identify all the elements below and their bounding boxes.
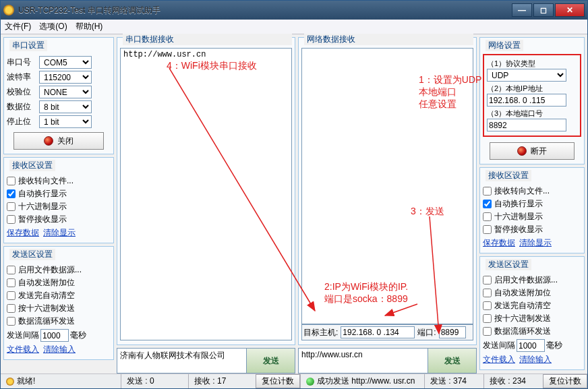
baud-select[interactable]: 115200 — [39, 71, 92, 84]
status-dot-icon — [44, 136, 53, 146]
chk-recv-to-file-r[interactable] — [483, 187, 492, 196]
interval-input-l[interactable] — [40, 329, 69, 342]
chk-append-r[interactable] — [483, 289, 492, 297]
link-fileload-l[interactable]: 文件载入 — [7, 344, 39, 355]
link-clear-r[interactable]: 清除显示 — [519, 237, 552, 249]
chk-autoclear-l[interactable] — [7, 291, 16, 300]
chk-file-src-r[interactable] — [483, 276, 492, 285]
local-port-input[interactable] — [487, 119, 566, 131]
chk-hex-r[interactable] — [483, 212, 492, 221]
net-recv-textbox[interactable] — [301, 48, 473, 324]
interval-input-r[interactable] — [517, 339, 545, 352]
chk-auto-wrap-l[interactable] — [7, 189, 16, 198]
net-send-input[interactable]: http://www.usr.cn — [299, 349, 428, 373]
reset-count-r-button[interactable]: 复位计数 — [543, 374, 587, 388]
disconnect-button[interactable]: 断开 — [490, 142, 575, 160]
window-close-button[interactable]: ✕ — [555, 3, 585, 17]
chk-hexsend-l[interactable] — [7, 304, 16, 313]
chk-auto-wrap-r[interactable] — [483, 200, 492, 208]
serial-recv-textbox[interactable]: http://www.usr.cn — [120, 48, 292, 340]
chk-hexsend-r[interactable] — [483, 314, 492, 323]
window-title: USR-TCP232-Test 串口转网络调试助手 — [18, 5, 512, 16]
status-sent-l: 发送 : 0 — [127, 376, 154, 387]
statusbar: 就绪! 发送 : 0 接收 : 17 复位计数 成功发送 http://www.… — [1, 373, 587, 388]
target-port-input[interactable] — [439, 326, 466, 338]
menu-help[interactable]: 帮助(H) — [76, 21, 103, 32]
protocol-select[interactable]: UDP — [487, 69, 566, 82]
chk-pause-l[interactable] — [7, 215, 16, 224]
stopbits-select[interactable]: 1 bit — [39, 115, 92, 128]
menu-options[interactable]: 选项(O) — [39, 21, 67, 32]
recv-settings-left-group: 接收区设置 接收转向文件... 自动换行显示 十六进制显示 暂停接收显示 保存数… — [3, 157, 114, 243]
menu-file[interactable]: 文件(F) — [5, 21, 31, 32]
net-send-row: http://www.usr.cn 发送 — [298, 348, 477, 373]
status-recv-r: 接收 : 234 — [490, 376, 526, 387]
success-icon — [306, 378, 314, 386]
status-net-msg: 成功发送 http://www. usr.cn — [317, 376, 415, 387]
chk-loop-l[interactable] — [7, 317, 16, 326]
maximize-button[interactable]: ◻ — [533, 3, 554, 17]
local-ip-input[interactable] — [487, 94, 566, 107]
send-settings-right-group: 发送区设置 启用文件数据源... 自动发送附加位 发送完自动清空 按十六进制发送… — [479, 256, 585, 370]
link-clearinput-l[interactable]: 清除输入 — [43, 344, 76, 355]
net-recv-group: 网络数据接收 目标主机: 端口: — [298, 37, 477, 345]
minimize-button[interactable]: — — [512, 3, 532, 17]
status-recv-l: 接收 : 17 — [194, 376, 226, 387]
target-ip-input[interactable] — [341, 326, 415, 338]
chk-append-l[interactable] — [7, 278, 16, 287]
status-icon — [6, 378, 14, 386]
serial-close-button[interactable]: 关闭 — [13, 132, 104, 150]
send-settings-left-group: 发送区设置 启用文件数据源... 自动发送附加位 发送完自动清空 按十六进制发送… — [3, 246, 114, 360]
chk-file-src-l[interactable] — [7, 266, 16, 274]
databits-select[interactable]: 8 bit — [39, 100, 92, 113]
link-save-l[interactable]: 保存数据 — [7, 227, 39, 239]
serial-port-select[interactable]: COM5 — [39, 56, 92, 69]
chk-hex-l[interactable] — [7, 202, 16, 211]
chk-recv-to-file-l[interactable] — [7, 177, 16, 185]
link-fileload-r[interactable]: 文件载入 — [483, 354, 515, 365]
chk-loop-r[interactable] — [483, 327, 492, 336]
serial-send-button[interactable]: 发送 — [246, 349, 295, 373]
link-clear-l[interactable]: 清除显示 — [43, 227, 76, 239]
parity-select[interactable]: NONE — [39, 86, 92, 98]
menubar: 文件(F) 选项(O) 帮助(H) — [1, 20, 587, 34]
net-settings-group: 网络设置 （1）协议类型 UDP （2）本地IP地址 （3）本地端口号 断开 — [479, 37, 585, 164]
reset-count-l-button[interactable]: 复位计数 — [256, 374, 300, 388]
status-dot-icon — [517, 146, 527, 156]
serial-recv-group: 串口数据接收 http://www.usr.cn — [117, 37, 295, 345]
net-send-button[interactable]: 发送 — [428, 349, 476, 373]
chk-pause-r[interactable] — [483, 225, 492, 234]
titlebar: USR-TCP232-Test 串口转网络调试助手 — ◻ ✕ — [1, 1, 587, 20]
serial-settings-group: 串口设置 串口号COM5 波特率115200 校验位NONE 数据位8 bit … — [3, 37, 114, 154]
app-icon — [3, 5, 14, 16]
serial-send-input[interactable]: 济南有人物联网技术有限公司 — [117, 349, 246, 373]
status-sent-r: 发送 : 374 — [430, 376, 467, 387]
recv-settings-right-group: 接收区设置 接收转向文件... 自动换行显示 十六进制显示 暂停接收显示 保存数… — [479, 167, 585, 253]
chk-autoclear-r[interactable] — [483, 301, 492, 310]
link-clearinput-r[interactable]: 清除输入 — [519, 354, 552, 365]
serial-send-row: 济南有人物联网技术有限公司 发送 — [117, 348, 295, 373]
link-save-r[interactable]: 保存数据 — [483, 237, 515, 249]
